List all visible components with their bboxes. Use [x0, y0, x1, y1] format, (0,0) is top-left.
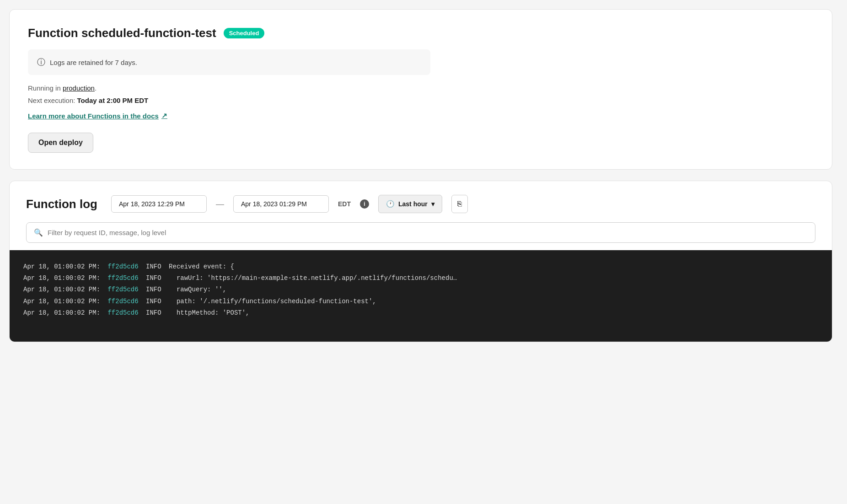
timezone-info-icon[interactable]: i [360, 199, 369, 209]
timezone-label: EDT [338, 200, 351, 208]
function-header: Function scheduled-function-test Schedul… [28, 26, 814, 40]
log-level: INFO [146, 296, 165, 307]
log-message: rawQuery: '', [169, 284, 226, 295]
end-date-input[interactable] [233, 195, 329, 213]
search-icon: 🔍 [34, 228, 43, 237]
open-deploy-button[interactable]: Open deploy [28, 133, 93, 153]
log-request-id: ff2d5cd6 [107, 273, 142, 284]
last-hour-label: Last hour [398, 200, 428, 208]
log-request-id: ff2d5cd6 [107, 284, 142, 295]
log-date: Apr 18, 01:00:02 PM: [23, 261, 104, 273]
log-date: Apr 18, 01:00:02 PM: [23, 284, 104, 295]
log-level: INFO [146, 307, 165, 319]
filter-row: 🔍 [10, 222, 832, 250]
filter-input[interactable] [48, 229, 808, 236]
function-title: Function scheduled-function-test [28, 26, 216, 40]
log-line: Apr 18, 01:00:02 PM: ff2d5cd6 INFO rawQu… [23, 284, 818, 295]
clock-icon: 🕐 [386, 200, 395, 208]
log-date: Apr 18, 01:00:02 PM: [23, 307, 104, 319]
last-hour-button[interactable]: 🕐 Last hour ▾ [378, 195, 442, 213]
external-link-icon: ↗ [161, 112, 167, 120]
info-box: ⓘ Logs are retained for 7 days. [28, 49, 430, 75]
docs-link[interactable]: Learn more about Functions in the docs ↗ [28, 112, 167, 120]
info-message: Logs are retained for 7 days. [50, 59, 137, 66]
chevron-down-icon: ▾ [431, 200, 434, 208]
log-message: rawUrl: 'https://main-example-site.netli… [169, 273, 457, 284]
log-level: INFO [146, 284, 165, 295]
log-message: httpMethod: 'POST', [169, 307, 249, 319]
log-level: INFO [146, 261, 165, 273]
log-request-id: ff2d5cd6 [107, 261, 142, 273]
log-line: Apr 18, 01:00:02 PM: ff2d5cd6 INFO rawUr… [23, 273, 818, 284]
scheduled-badge: Scheduled [224, 28, 265, 38]
running-text: Running in production. [28, 84, 814, 92]
log-line: Apr 18, 01:00:02 PM: ff2d5cd6 INFO Recei… [23, 261, 818, 273]
function-info-card: Function scheduled-function-test Schedul… [9, 9, 832, 170]
log-request-id: ff2d5cd6 [107, 296, 142, 307]
log-request-id: ff2d5cd6 [107, 307, 142, 319]
log-header: Function log — EDT i 🕐 Last hour ▾ ⎘ [10, 181, 832, 222]
start-date-input[interactable] [111, 195, 207, 213]
docs-link-text: Learn more about Functions in the docs [28, 112, 159, 120]
log-level: INFO [146, 273, 165, 284]
next-execution-text: Next execution: Today at 2:00 PM EDT [28, 97, 814, 104]
function-log-card: Function log — EDT i 🕐 Last hour ▾ ⎘ 🔍 A… [9, 181, 832, 342]
log-date: Apr 18, 01:00:02 PM: [23, 273, 104, 284]
log-message: path: '/.netlify/functions/scheduled-fun… [169, 296, 376, 307]
log-message: Received event: { [169, 261, 234, 273]
log-date: Apr 18, 01:00:02 PM: [23, 296, 104, 307]
log-terminal: Apr 18, 01:00:02 PM: ff2d5cd6 INFO Recei… [10, 250, 832, 342]
export-button[interactable]: ⎘ [451, 195, 468, 213]
log-line: Apr 18, 01:00:02 PM: ff2d5cd6 INFO httpM… [23, 307, 818, 319]
export-icon: ⎘ [457, 200, 462, 208]
info-icon: ⓘ [37, 57, 45, 68]
date-separator: — [216, 199, 224, 209]
log-title: Function log [26, 197, 97, 211]
production-link[interactable]: production [63, 84, 95, 92]
filter-input-wrap: 🔍 [26, 222, 815, 243]
log-line: Apr 18, 01:00:02 PM: ff2d5cd6 INFO path:… [23, 296, 818, 307]
